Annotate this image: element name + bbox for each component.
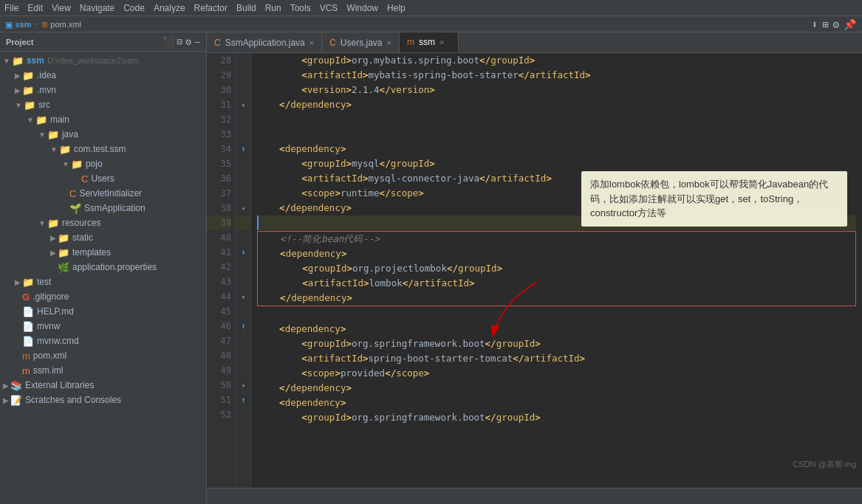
sidebar-expand-icon[interactable]: ⊟ — [177, 36, 183, 47]
tree-test[interactable]: ▶ 📁 test — [0, 275, 206, 289]
menu-item-tools[interactable]: Tools — [290, 3, 311, 13]
annotation-text: 添加lombok依赖包，lombok可以帮我简化Javabean的代码，比如添加… — [590, 179, 828, 218]
code-line-45 — [257, 307, 856, 322]
menu-item-refactor[interactable]: Refactor — [194, 3, 228, 13]
code-area[interactable]: <groupId>org.mybatis.spring.boot</groupI… — [251, 53, 862, 488]
menu-item-run[interactable]: Run — [265, 3, 281, 13]
file-tree: ▼ 📁 ssm D:\idea_workspace2\ssm ▶ 📁 .idea… — [0, 52, 206, 504]
breadcrumb-ssm[interactable]: ssm — [15, 20, 31, 29]
code-line-34: <dependency> — [257, 142, 856, 156]
gutter-30 — [236, 83, 250, 97]
code-line-47: <groupId>org.springframework.boot</group… — [257, 336, 856, 351]
tree-root[interactable]: ▼ 📁 ssm D:\idea_workspace2\ssm — [0, 53, 206, 68]
tab-ssmapplication-label: SsmApplication.java — [225, 38, 305, 48]
tree-src[interactable]: ▼ 📁 src — [0, 97, 206, 112]
tree-pomxml[interactable]: ▶ m pom.xml — [0, 348, 206, 363]
gutter-50[interactable]: ▾ — [236, 378, 250, 393]
tree-package[interactable]: ▼ 📁 com.test.ssm — [0, 142, 206, 156]
annotation-box: 添加lombok依赖包，lombok可以帮我简化Javabean的代码，比如添加… — [581, 171, 847, 227]
code-line-52: <groupId>org.springframework.boot</group… — [257, 410, 856, 425]
watermark: CSDN @茶斯-ing — [793, 459, 856, 470]
gutter-31[interactable]: ▾ — [236, 97, 250, 112]
tab-ssm-icon: m — [407, 37, 414, 47]
code-line-42: <groupId>org.projectlombok</groupId> — [258, 261, 855, 276]
sidebar-close-icon[interactable]: — — [194, 36, 200, 47]
tab-bar: C SsmApplication.java × C Users.java × m… — [207, 32, 862, 53]
tree-application-props[interactable]: ▶ 🌿 application.properties — [0, 260, 206, 275]
tree-java[interactable]: ▼ 📁 java — [0, 127, 206, 142]
tab-ssm-close[interactable]: × — [439, 38, 444, 46]
sidebar-settings-icon[interactable]: ⚙ — [185, 36, 191, 47]
tree-ssmiml[interactable]: ▶ m ssm.iml — [0, 363, 206, 378]
code-line-33 — [257, 127, 856, 142]
code-line-48: <artifactId>spring-boot-starter-tomcat</… — [257, 351, 856, 366]
breadcrumb-pomxml[interactable]: pom.xml — [50, 20, 81, 29]
tree-mvnwcmd[interactable]: ▶ 📄 mvnw.cmd — [0, 334, 206, 348]
tab-users[interactable]: C Users.java × — [322, 32, 400, 52]
sync-icon[interactable]: ⬇ — [812, 18, 818, 30]
tab-ssmapplication[interactable]: C SsmApplication.java × — [207, 32, 322, 52]
settings-icon[interactable]: ⚙ — [833, 18, 839, 30]
tree-helpmd[interactable]: ▶ 📄 HELP.md — [0, 304, 206, 319]
tree-scratches[interactable]: ▶ 📝 Scratches and Consoles — [0, 393, 206, 407]
tree-pojo[interactable]: ▼ 📁 pojo — [0, 156, 206, 171]
layout-icon[interactable]: ⊞ — [822, 18, 828, 30]
tab-users-close[interactable]: × — [387, 38, 391, 47]
tree-users[interactable]: ▶ C Users — [0, 171, 206, 186]
tree-gitignore[interactable]: ▶ G .gitignore — [0, 289, 206, 304]
code-line-41: <dependency> — [258, 246, 855, 261]
editor-area: C SsmApplication.java × C Users.java × m… — [207, 32, 862, 504]
menu-item-edit[interactable]: Edit — [27, 3, 43, 13]
menu-item-build[interactable]: Build — [236, 3, 256, 13]
gutter-28 — [236, 53, 250, 68]
tree-external-libraries[interactable]: ▶ 📚 External Libraries — [0, 378, 206, 393]
menu-item-window[interactable]: Window — [346, 3, 378, 13]
tree-main[interactable]: ▼ 📁 main — [0, 112, 206, 127]
gutter-48 — [236, 348, 250, 363]
code-line-46: <dependency> — [257, 322, 856, 336]
gutter: ▾ ⬆ ▾ ⬆ ▾ ⬆ ▾ ⬆ — [236, 53, 251, 488]
pin-icon[interactable]: 📌 — [844, 18, 856, 30]
gutter-32 — [236, 112, 250, 127]
menu-item-code[interactable]: Code — [123, 3, 145, 13]
menu-item-vcs[interactable]: VCS — [320, 3, 338, 13]
tree-ssmapplication[interactable]: ▶ 🌱 SsmApplication — [0, 201, 206, 215]
code-line-43: <artifactId>lombok</artifactId> — [258, 276, 855, 291]
gutter-47 — [236, 334, 250, 348]
tree-templates[interactable]: ▶ 📁 templates — [0, 245, 206, 260]
menu-item-navigate[interactable]: Navigate — [80, 3, 114, 13]
gutter-35 — [236, 156, 250, 171]
gutter-51: ⬆ — [236, 393, 250, 407]
gutter-52 — [236, 407, 250, 422]
tab-ssm[interactable]: m ssm × — [400, 32, 459, 52]
tree-mvnw[interactable]: ▶ 📄 mvnw — [0, 319, 206, 334]
tab-users-label: Users.java — [341, 38, 383, 48]
sidebar-sync-icon[interactable]: ⬛ — [163, 36, 174, 47]
tab-ssmapplication-close[interactable]: × — [309, 38, 314, 47]
menu-item-help[interactable]: Help — [387, 3, 406, 13]
gutter-37 — [236, 186, 250, 201]
menu-item-analyze[interactable]: Analyze — [154, 3, 185, 13]
gutter-38[interactable]: ▾ — [236, 201, 250, 215]
gutter-41: ⬆ — [236, 245, 250, 260]
tab-users-icon: C — [329, 38, 336, 48]
menu-item-view[interactable]: View — [52, 3, 71, 13]
editor-content[interactable]: 28 29 30 31 32 33 34 35 36 37 38 39 40 4… — [207, 53, 862, 488]
menu-item-file[interactable]: File — [4, 3, 18, 13]
tree-resources[interactable]: ▼ 📁 resources — [0, 215, 206, 230]
code-line-30: <version>2.1.4</version> — [257, 83, 856, 97]
tree-static[interactable]: ▶ 📁 static — [0, 230, 206, 245]
gutter-40 — [236, 230, 250, 245]
sidebar-title: Project — [6, 38, 33, 46]
code-line-49: <scope>provided</scope> — [257, 366, 856, 381]
tree-idea[interactable]: ▶ 📁 .idea — [0, 68, 206, 83]
code-line-28: <groupId>org.mybatis.spring.boot</groupI… — [257, 53, 856, 68]
gutter-44[interactable]: ▾ — [236, 289, 250, 304]
tree-servletinitializer[interactable]: ▶ C ServletInitializer — [0, 186, 206, 201]
code-line-51: <dependency> — [257, 396, 856, 410]
tab-java-icon: C — [214, 38, 221, 48]
main-layout: Project ⬛ ⊟ ⚙ — ▼ 📁 ssm D:\idea_workspac… — [0, 32, 862, 504]
gutter-34: ⬆ — [236, 142, 250, 156]
gutter-29 — [236, 68, 250, 83]
tree-mvn[interactable]: ▶ 📁 .mvn — [0, 83, 206, 97]
